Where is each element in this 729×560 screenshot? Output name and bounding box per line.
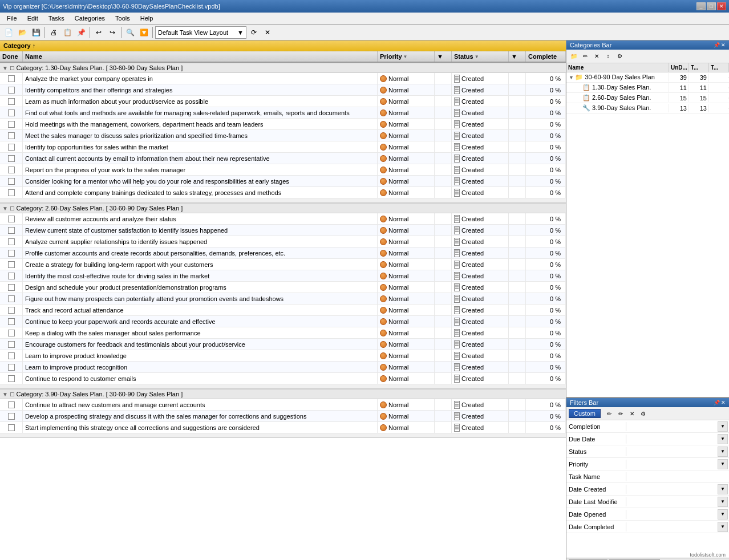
task-checkbox[interactable] (8, 307, 15, 314)
task-checkbox[interactable] (8, 341, 15, 348)
task-checkbox[interactable] (8, 87, 15, 94)
filter-dropdown-btn[interactable]: ▼ (718, 447, 728, 457)
filter-value[interactable] (626, 476, 718, 478)
cat-panel-close-btn[interactable]: ✕ (721, 42, 726, 48)
task-checkbox[interactable] (8, 109, 15, 116)
header-status-filter[interactable]: ▼ (509, 51, 526, 62)
menu-categories[interactable]: Categories (70, 14, 110, 23)
view-btn[interactable]: 🔍 (124, 26, 136, 39)
header-complete[interactable]: Complete (526, 51, 566, 62)
layout-dropdown[interactable]: Default Task View Layout ▼ (155, 26, 246, 39)
task-checkbox[interactable] (8, 144, 15, 151)
filter-value[interactable] (626, 438, 718, 440)
category-row-2[interactable]: ▼□Category: 3.90-Day Sales Plan. [ 30-60… (0, 389, 566, 399)
task-checkbox[interactable] (8, 284, 15, 291)
task-checkbox[interactable] (8, 121, 15, 128)
filter-value[interactable] (626, 488, 718, 490)
filter-dropdown-btn[interactable]: ▼ (718, 497, 728, 507)
filter-add-btn[interactable]: ✏ (604, 408, 614, 419)
task-checkbox[interactable] (8, 189, 15, 196)
task-checkbox[interactable] (8, 401, 15, 408)
task-checkbox[interactable] (8, 98, 15, 105)
filter-btn[interactable]: 🔽 (137, 26, 150, 39)
menu-help[interactable]: Help (136, 14, 158, 23)
cat-item-name: 2.60-Day Sales Plan. (592, 94, 651, 101)
task-checkbox[interactable] (8, 227, 15, 234)
cat-edit-btn[interactable]: ✏ (580, 51, 590, 62)
close-btn[interactable]: ✕ (717, 2, 726, 10)
task-checkbox[interactable] (8, 75, 15, 82)
task-checkbox[interactable] (8, 424, 15, 431)
task-checkbox[interactable] (8, 250, 15, 257)
filter-value[interactable] (626, 513, 718, 516)
open-btn[interactable]: 📂 (16, 26, 29, 39)
cat-panel-pin-btn[interactable]: 📌 (714, 42, 720, 48)
cat-tree-item[interactable]: 🔧 3.90-Day Sales Plan.1313 (566, 103, 729, 113)
filter-custom-btn[interactable]: Custom (569, 409, 601, 418)
filter-value[interactable] (626, 501, 718, 503)
filter-settings-btn[interactable]: ⚙ (638, 408, 649, 419)
task-checkbox[interactable] (8, 238, 15, 245)
filter-value[interactable] (626, 463, 718, 465)
filter-dropdown-btn[interactable]: ▼ (718, 459, 728, 469)
task-checkbox[interactable] (8, 132, 15, 139)
task-checkbox[interactable] (8, 261, 15, 268)
task-checkbox[interactable] (8, 178, 15, 185)
redo-btn[interactable]: ↪ (106, 26, 119, 39)
filter-edit-btn[interactable]: ✏ (615, 408, 626, 419)
filter-value[interactable] (626, 451, 718, 453)
filter-dropdown-btn[interactable]: ▼ (718, 509, 728, 520)
header-priority[interactable]: Priority ▼ (378, 51, 435, 62)
menu-file[interactable]: File (2, 14, 22, 23)
refresh-btn[interactable]: ⟳ (248, 26, 260, 39)
menu-edit[interactable]: Edit (23, 14, 43, 23)
maximize-btn[interactable]: □ (707, 2, 716, 10)
task-list-scroll[interactable]: ▼□Category: 1.30-Day Sales Plan. [ 30-60… (0, 63, 566, 560)
minimize-btn[interactable]: _ (696, 2, 706, 10)
menu-tasks[interactable]: Tasks (44, 14, 69, 23)
category-row-1[interactable]: ▼□Category: 2.60-Day Sales Plan. [ 30-60… (0, 203, 566, 213)
filter-value[interactable] (626, 526, 718, 528)
task-checkbox[interactable] (8, 295, 15, 302)
category-row-0[interactable]: ▼□Category: 1.30-Day Sales Plan. [ 30-60… (0, 63, 566, 73)
filter-value[interactable] (626, 425, 718, 428)
cat-delete-btn[interactable]: ✕ (592, 51, 602, 62)
filters-panel-pin-btn[interactable]: 📌 (714, 400, 720, 405)
task-checkbox[interactable] (8, 364, 15, 371)
print-btn[interactable]: 🖨 (47, 26, 60, 39)
close-view-btn[interactable]: ✕ (261, 26, 274, 39)
filter-delete-btn[interactable]: ✕ (627, 408, 637, 419)
task-checkbox[interactable] (8, 155, 15, 162)
undo-btn[interactable]: ↩ (92, 26, 105, 39)
category-sort-bar[interactable]: Category ↑ (0, 40, 566, 51)
cat-tree-item[interactable]: ▼ 📁 30-60-90 Day Sales Plan3939 (566, 72, 729, 83)
task-checkbox[interactable] (8, 273, 15, 279)
header-priority-filter[interactable]: ▼ (435, 51, 452, 62)
filter-dropdown-btn[interactable]: ▼ (718, 434, 728, 444)
task-row: Learn to improve product knowledgeNormal… (0, 350, 566, 362)
cat-add-btn[interactable]: 📁 (569, 51, 579, 62)
priority-icon (380, 375, 387, 382)
filters-panel-close-btn[interactable]: ✕ (721, 400, 726, 405)
task-checkbox[interactable] (8, 318, 15, 325)
filter-dropdown-btn[interactable]: ▼ (718, 421, 728, 432)
filter-dropdown-btn[interactable]: ▼ (718, 484, 728, 494)
filter-dropdown-btn[interactable]: ▼ (718, 522, 728, 532)
new-btn[interactable]: 📄 (2, 26, 15, 39)
cat-settings-btn[interactable]: ⚙ (614, 51, 625, 62)
cat-sort-btn[interactable]: ↕ (603, 51, 613, 62)
task-checkbox[interactable] (8, 352, 15, 359)
cat-tree-item[interactable]: 📋 2.60-Day Sales Plan.1515 (566, 93, 729, 103)
header-name[interactable]: Name (23, 51, 378, 62)
task-checkbox[interactable] (8, 375, 15, 382)
task-checkbox[interactable] (8, 330, 15, 336)
cat-tree-item[interactable]: 📋 1.30-Day Sales Plan.1111 (566, 83, 729, 93)
menu-tools[interactable]: Tools (111, 14, 135, 23)
paste-btn[interactable]: 📌 (75, 26, 87, 39)
header-status[interactable]: Status ▼ (452, 51, 509, 62)
copy-btn[interactable]: 📋 (61, 26, 74, 39)
task-checkbox[interactable] (8, 216, 15, 222)
task-checkbox[interactable] (8, 413, 15, 420)
save-btn[interactable]: 💾 (30, 26, 42, 39)
task-checkbox[interactable] (8, 167, 15, 173)
